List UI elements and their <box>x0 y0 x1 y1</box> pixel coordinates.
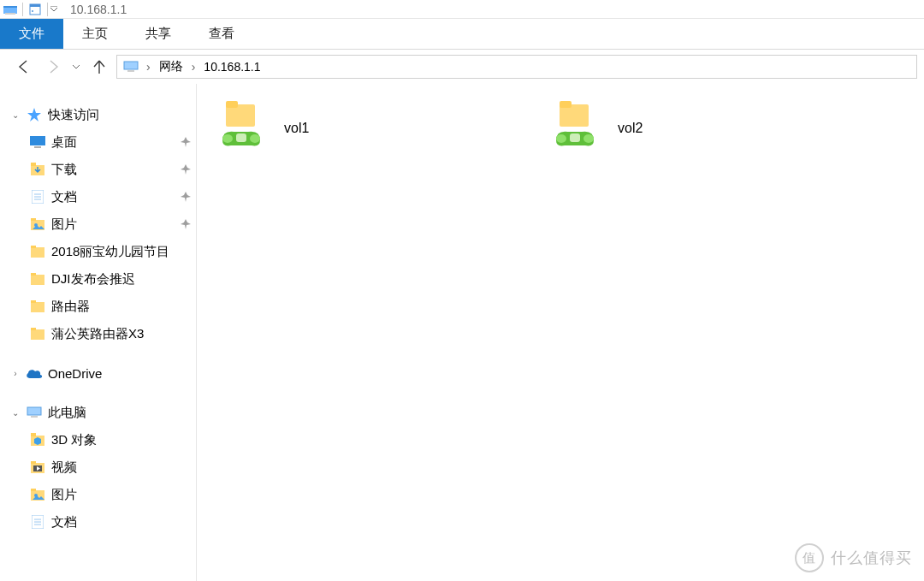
documents-icon <box>29 513 46 531</box>
sidebar-item-documents[interactable]: 文档 <box>0 508 196 536</box>
watermark-text: 什么值得买 <box>831 548 912 568</box>
chevron-down-icon[interactable]: ⌄ <box>10 110 21 120</box>
svg-rect-28 <box>31 328 36 330</box>
svg-point-52 <box>556 134 566 143</box>
computer-icon <box>121 61 141 73</box>
explorer-body: ⌄ 快速访问 桌面 下载 <box>0 84 924 581</box>
chevron-right-icon[interactable]: › <box>10 369 21 378</box>
separator <box>22 3 23 16</box>
qat-dropdown-icon[interactable] <box>50 6 58 13</box>
sidebar-item-folder[interactable]: 路由器 <box>0 293 196 320</box>
sidebar-item-label: OneDrive <box>48 366 196 381</box>
pictures-icon <box>29 216 46 233</box>
folder-icon <box>29 298 46 315</box>
recent-locations-dropdown[interactable] <box>70 55 82 79</box>
chevron-down-icon[interactable]: ⌄ <box>10 408 21 418</box>
svg-rect-51 <box>560 101 572 108</box>
svg-point-47 <box>222 134 233 143</box>
content-pane[interactable]: vol1 vol2 值 什么值得买 <box>197 84 924 581</box>
sidebar-item-3d-objects[interactable]: 3D 对象 <box>0 426 196 454</box>
tab-share[interactable]: 共享 <box>127 19 190 49</box>
svg-rect-1 <box>3 6 17 8</box>
svg-rect-22 <box>31 246 36 248</box>
sidebar-item-label: 图片 <box>51 216 170 233</box>
app-icon <box>0 0 21 19</box>
svg-rect-32 <box>31 433 36 436</box>
pin-icon <box>175 164 196 175</box>
svg-rect-21 <box>31 247 44 258</box>
network-share-item[interactable]: vol1 <box>214 101 453 156</box>
address-bar[interactable]: › 网络 › 10.168.1.1 <box>116 55 917 79</box>
forward-button[interactable] <box>41 55 65 79</box>
up-button[interactable] <box>87 55 111 79</box>
sidebar-item-desktop[interactable]: 桌面 <box>0 128 196 156</box>
svg-rect-7 <box>124 62 138 69</box>
sidebar-item-folder[interactable]: DJI发布会推迟 <box>0 265 196 293</box>
svg-marker-9 <box>27 108 41 122</box>
tab-view[interactable]: 查看 <box>190 19 253 49</box>
svg-point-5 <box>32 10 33 12</box>
3d-objects-icon <box>29 431 46 448</box>
onedrive-icon <box>26 365 43 382</box>
svg-rect-11 <box>34 146 41 148</box>
explorer-window: 10.168.1.1 文件 主页 共享 查看 › <box>0 0 924 581</box>
folder-icon <box>29 325 46 342</box>
pin-icon <box>175 219 196 229</box>
sidebar-item-label: 快速访问 <box>48 107 196 123</box>
svg-point-53 <box>583 134 594 143</box>
network-share-icon <box>214 101 269 156</box>
svg-rect-13 <box>31 163 36 166</box>
sidebar-item-pictures[interactable]: 图片 <box>0 210 196 238</box>
svg-rect-30 <box>31 416 38 418</box>
sidebar-item-videos[interactable]: 视频 <box>0 454 196 481</box>
share-name-label: vol1 <box>284 121 309 136</box>
tab-home[interactable]: 主页 <box>63 19 127 49</box>
svg-rect-27 <box>31 329 44 340</box>
svg-rect-39 <box>31 489 36 491</box>
desktop-icon <box>29 133 46 151</box>
sidebar-quick-access[interactable]: ⌄ 快速访问 <box>0 101 196 128</box>
svg-rect-8 <box>127 70 134 72</box>
sidebar-this-pc[interactable]: ⌄ 此电脑 <box>0 399 196 426</box>
svg-rect-25 <box>31 302 44 312</box>
sidebar-item-label: 3D 对象 <box>51 432 196 448</box>
share-name-label: vol2 <box>618 121 643 136</box>
svg-rect-35 <box>31 461 36 464</box>
navigation-pane: ⌄ 快速访问 桌面 下载 <box>0 84 197 581</box>
sidebar-item-folder[interactable]: 蒲公英路由器X3 <box>0 320 196 347</box>
svg-rect-49 <box>236 133 246 142</box>
back-button[interactable] <box>12 55 36 79</box>
sidebar-item-folder[interactable]: 2018丽宝幼儿园节目 <box>0 238 196 265</box>
pin-icon <box>175 192 196 202</box>
svg-rect-26 <box>31 300 36 303</box>
breadcrumb-host[interactable]: 10.168.1.1 <box>200 60 264 74</box>
pictures-icon <box>29 486 46 503</box>
window-title: 10.168.1.1 <box>70 3 127 16</box>
sidebar-onedrive[interactable]: › OneDrive <box>0 359 196 387</box>
nav-bar: › 网络 › 10.168.1.1 <box>0 50 924 84</box>
sidebar-item-pictures[interactable]: 图片 <box>0 481 196 508</box>
chevron-right-icon[interactable]: › <box>143 60 154 74</box>
watermark-badge-icon: 值 <box>795 543 824 572</box>
sidebar-item-label: 桌面 <box>51 134 170 151</box>
documents-icon <box>29 188 46 205</box>
chevron-right-icon[interactable]: › <box>188 60 199 74</box>
sidebar-item-label: 此电脑 <box>48 405 196 421</box>
sidebar-item-label: 图片 <box>51 487 196 503</box>
svg-rect-4 <box>30 4 40 7</box>
watermark: 值 什么值得买 <box>795 543 912 572</box>
network-share-item[interactable]: vol2 <box>548 101 787 156</box>
svg-rect-2 <box>5 13 15 15</box>
svg-rect-54 <box>570 133 580 142</box>
sidebar-item-label: 蒲公英路由器X3 <box>51 326 196 342</box>
breadcrumb-network[interactable]: 网络 <box>156 59 187 74</box>
sidebar-item-label: DJI发布会推迟 <box>51 271 196 288</box>
svg-rect-46 <box>226 101 238 108</box>
title-bar: 10.168.1.1 <box>0 0 924 19</box>
tab-file[interactable]: 文件 <box>0 19 63 49</box>
sidebar-item-documents[interactable]: 文档 <box>0 183 196 210</box>
sidebar-item-label: 文档 <box>51 514 196 531</box>
sidebar-item-downloads[interactable]: 下载 <box>0 156 196 183</box>
sidebar-item-label: 下载 <box>51 162 170 178</box>
qat-properties-icon[interactable] <box>25 0 45 19</box>
